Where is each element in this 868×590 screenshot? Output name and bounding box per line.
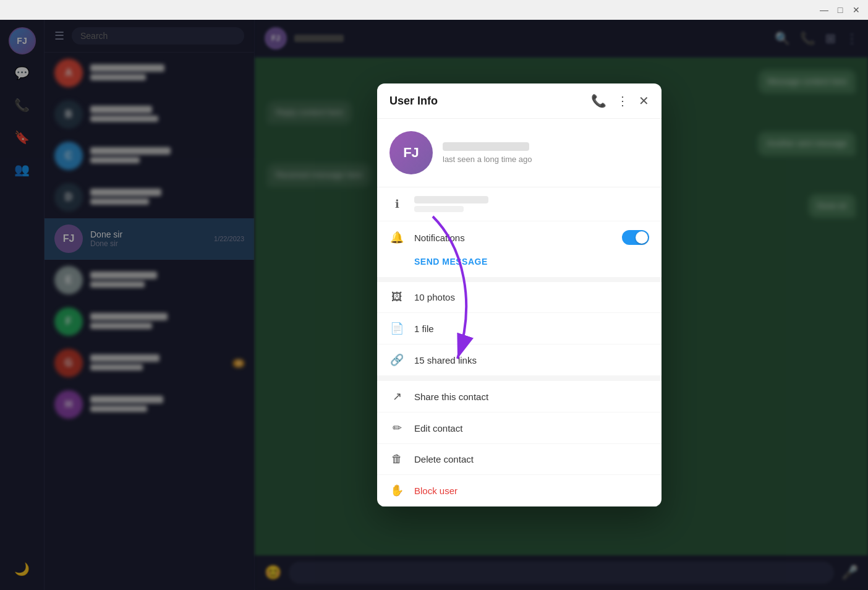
- edit-icon: ✏: [389, 421, 404, 435]
- share-icon: ↗: [389, 390, 404, 403]
- section-divider-2: [377, 376, 662, 381]
- info-row-phone: ℹ: [377, 187, 662, 221]
- window-chrome: — □ ✕: [0, 0, 868, 20]
- photos-row[interactable]: 🖼 10 photos: [377, 282, 662, 313]
- bell-icon: 🔔: [389, 231, 404, 244]
- edit-contact-label: Edit contact: [414, 423, 462, 434]
- info-placeholder-small: [414, 206, 464, 212]
- file-icon: 📄: [389, 322, 404, 335]
- user-status: last seen a long time ago: [443, 155, 649, 164]
- toggle-thumb: [636, 231, 648, 244]
- photos-label: 10 photos: [414, 292, 455, 302]
- links-label: 15 shared links: [414, 355, 477, 366]
- notifications-toggle[interactable]: [622, 230, 649, 245]
- user-info-modal: User Info 📞 ⋮ ✕ FJ last seen a long time…: [377, 83, 662, 507]
- maximize-button[interactable]: □: [836, 6, 845, 14]
- info-text-block: [414, 196, 649, 212]
- delete-contact-row[interactable]: 🗑 Delete contact: [377, 444, 662, 475]
- delete-contact-label: Delete contact: [414, 454, 474, 464]
- close-modal-icon[interactable]: ✕: [639, 93, 649, 108]
- block-user-label: Block user: [414, 485, 457, 496]
- share-contact-row[interactable]: ↗ Share this contact: [377, 381, 662, 413]
- send-message-button[interactable]: SEND MESSAGE: [414, 257, 488, 267]
- phone-icon[interactable]: 📞: [591, 93, 606, 108]
- link-icon: 🔗: [389, 353, 404, 367]
- user-details: last seen a long time ago: [443, 142, 649, 164]
- more-options-icon[interactable]: ⋮: [616, 93, 629, 108]
- modal-header-actions: 📞 ⋮ ✕: [591, 93, 649, 108]
- photos-icon: 🖼: [389, 291, 404, 304]
- block-user-row[interactable]: ✋ Block user: [377, 475, 662, 507]
- notifications-label: Notifications: [414, 233, 612, 243]
- section-divider: [377, 277, 662, 282]
- user-avatar-large: FJ: [389, 131, 433, 174]
- user-info-section: FJ last seen a long time ago: [377, 119, 662, 187]
- delete-icon: 🗑: [389, 453, 404, 466]
- modal-header: User Info 📞 ⋮ ✕: [377, 83, 662, 119]
- modal-title: User Info: [389, 95, 438, 108]
- share-contact-label: Share this contact: [414, 391, 488, 402]
- user-name-blurred: [443, 142, 529, 151]
- file-label: 1 file: [414, 323, 434, 334]
- send-message-row: SEND MESSAGE: [377, 254, 662, 277]
- info-placeholder: [414, 196, 488, 203]
- notifications-row: 🔔 Notifications: [377, 221, 662, 254]
- close-button[interactable]: ✕: [852, 6, 861, 14]
- block-icon: ✋: [389, 484, 404, 497]
- minimize-button[interactable]: —: [820, 6, 828, 14]
- info-circle-icon: ℹ: [389, 197, 404, 211]
- links-row[interactable]: 🔗 15 shared links: [377, 344, 662, 376]
- edit-contact-row[interactable]: ✏ Edit contact: [377, 413, 662, 444]
- files-row[interactable]: 📄 1 file: [377, 313, 662, 344]
